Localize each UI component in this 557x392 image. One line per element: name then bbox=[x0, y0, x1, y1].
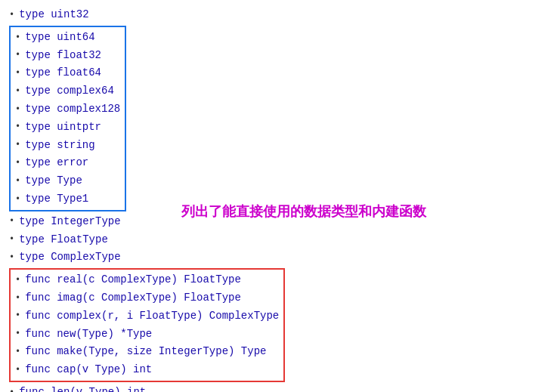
annotation-text: 列出了能直接使用的数据类型和内建函数 bbox=[181, 202, 426, 221]
list-item: type FloatType bbox=[9, 231, 548, 249]
list-item: type uintptr bbox=[15, 119, 120, 137]
list-item: func complex(r, i FloatType) ComplexType bbox=[15, 307, 279, 326]
blue-box-group: type uint64 type float32 type float64 ty… bbox=[9, 26, 126, 211]
list-item: type complex64 bbox=[15, 82, 120, 100]
list-item: type float64 bbox=[15, 64, 120, 82]
list-item: type Type bbox=[15, 172, 120, 190]
red-box-group: func real(c ComplexType) FloatType func … bbox=[9, 268, 285, 382]
list-item: type string bbox=[15, 137, 120, 155]
content-wrapper: type uint32 type uint64 type float32 typ… bbox=[9, 6, 548, 392]
list-item: type Type1 bbox=[15, 190, 120, 208]
list-item: func imag(c ComplexType) FloatType bbox=[15, 289, 279, 307]
list-item: type uint32 bbox=[9, 6, 548, 24]
list-item: type complex128 bbox=[15, 100, 120, 119]
list-item: type uint64 bbox=[15, 29, 120, 47]
list-item: type ComplexType bbox=[9, 248, 548, 267]
list-item: type error bbox=[15, 154, 120, 172]
list-item: func real(c ComplexType) FloatType bbox=[15, 271, 279, 289]
list-item: type float32 bbox=[15, 47, 120, 65]
list-item: func make(Type, size IntegerType) Type bbox=[15, 343, 279, 361]
list-item: func new(Type) *Type bbox=[15, 326, 279, 344]
list-item: func cap(v Type) int bbox=[15, 361, 279, 379]
